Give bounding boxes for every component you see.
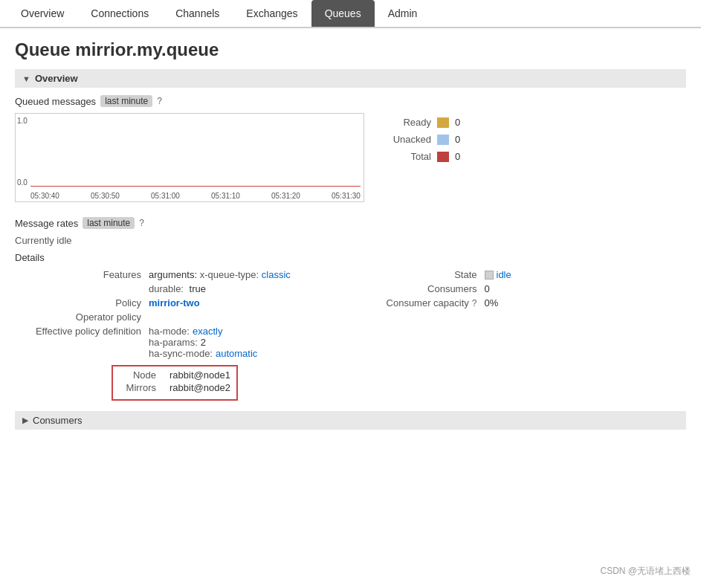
legend-ready-value: 0: [455, 117, 460, 128]
operator-policy-row: Operator policy: [15, 311, 351, 323]
legend-unacked: Unacked 0: [387, 134, 483, 145]
consumer-capacity-row: Consumer capacity ? 0%: [351, 297, 687, 308]
details-label: Details: [15, 252, 686, 263]
consumers-section-label: Consumers: [33, 415, 82, 426]
consumers-count-val: 0: [485, 283, 490, 294]
durable-row: durable: true: [15, 283, 351, 294]
chart-x-1: 05:30:50: [91, 192, 120, 200]
node-mirrors-wrapper: Node rabbit@node1 Mirrors rabbit@node2: [15, 362, 351, 404]
navigation: Overview Connections Channels Exchanges …: [0, 0, 701, 28]
chart-x-5: 05:31:30: [332, 192, 361, 200]
legend-total: Total 0: [387, 151, 483, 162]
features-val: arguments: x-queue-type: classic: [149, 269, 291, 280]
mirrors-key: Mirrors: [119, 382, 164, 393]
ha-sync-val: automatic: [216, 348, 257, 359]
mirrors-val: rabbit@node2: [169, 382, 230, 393]
features-type-key: x-queue-type:: [200, 269, 259, 280]
message-rates-label: Message rates: [15, 218, 78, 229]
page-title: Queue mirrior.my.queue: [15, 39, 686, 60]
currently-idle: Currently idle: [15, 235, 686, 246]
legend-total-color: [437, 152, 449, 162]
message-rates-row: Message rates last minute ?: [15, 217, 686, 229]
chart-y-top: 1.0: [17, 117, 28, 125]
details-left: Features arguments: x-queue-type: classi…: [15, 269, 351, 404]
chart-y-bottom: 0.0: [17, 178, 28, 187]
nav-queues[interactable]: Queues: [311, 0, 375, 27]
consumers-count-key: Consumers: [351, 283, 485, 294]
features-arg: arguments:: [149, 269, 197, 280]
state-key: State: [351, 269, 485, 280]
chart-x-2: 05:31:00: [151, 192, 180, 200]
ha-mode-key: ha-mode:: [149, 326, 190, 337]
durable-val-text: true: [190, 283, 206, 294]
message-rates-help-icon[interactable]: ?: [139, 218, 144, 228]
chart-inner: [30, 117, 361, 187]
nav-admin[interactable]: Admin: [375, 0, 431, 27]
effective-policy-val: ha-mode: exactly ha-params: 2 ha-sync-mo…: [149, 326, 257, 359]
policy-link[interactable]: mirrior-two: [149, 297, 200, 308]
page-title-name: mirrior.my.queue: [75, 39, 219, 59]
message-rates-badge[interactable]: last minute: [83, 217, 135, 229]
chart-container: 1.0 0.0 05:30:40 05:30:50 05:31:00 05:31…: [15, 113, 686, 202]
consumer-capacity-val: 0%: [485, 297, 499, 308]
queued-messages-label-row: Queued messages last minute ?: [15, 95, 686, 107]
durable-key: durable:: [149, 283, 184, 294]
legend-unacked-value: 0: [455, 134, 460, 145]
overview-section-header[interactable]: ▼ Overview: [15, 69, 686, 88]
node-row: Node rabbit@node1: [119, 369, 230, 381]
effective-policy-key: Effective policy definition: [15, 326, 149, 359]
node-mirrors-box: Node rabbit@node1 Mirrors rabbit@node2: [112, 365, 238, 401]
details-section: Features arguments: x-queue-type: classi…: [15, 269, 686, 404]
last-minute-badge[interactable]: last minute: [100, 95, 152, 107]
consumers-section-header[interactable]: ▶ Consumers: [15, 411, 686, 430]
nav-overview[interactable]: Overview: [7, 0, 77, 27]
durable-val: durable: true: [149, 283, 206, 294]
features-key: Features: [15, 269, 149, 280]
legend-ready: Ready 0: [387, 117, 483, 128]
ha-params-val: 2: [201, 337, 206, 348]
legend-unacked-label: Unacked: [387, 134, 431, 145]
ha-params-key: ha-params:: [149, 337, 198, 348]
queued-messages-help-icon[interactable]: ?: [157, 96, 162, 106]
node-key: Node: [119, 369, 164, 381]
durable-key-spacer: [15, 283, 149, 294]
overview-arrow-icon: ▼: [22, 74, 30, 83]
details-right: State idle Consumers 0 Consumer capacity…: [351, 269, 687, 404]
state-link[interactable]: idle: [497, 269, 511, 280]
ha-sync-key: ha-sync-mode:: [149, 348, 213, 359]
consumers-arrow-icon: ▶: [22, 416, 28, 425]
effective-policy-row: Effective policy definition ha-mode: exa…: [15, 326, 351, 359]
chart-x-labels: 05:30:40 05:30:50 05:31:00 05:31:10 05:3…: [30, 192, 361, 200]
consumer-capacity-key: Consumer capacity ?: [351, 297, 485, 308]
overview-section-label: Overview: [35, 73, 78, 84]
chart-legend: Ready 0 Unacked 0 Total 0: [387, 113, 483, 162]
features-row: Features arguments: x-queue-type: classi…: [15, 269, 351, 280]
operator-policy-key: Operator policy: [15, 311, 149, 323]
state-val: idle: [485, 269, 511, 280]
chart-x-3: 05:31:10: [211, 192, 240, 200]
policy-key: Policy: [15, 297, 149, 308]
legend-total-value: 0: [455, 151, 460, 162]
nav-exchanges[interactable]: Exchanges: [233, 0, 311, 27]
nav-channels[interactable]: Channels: [162, 0, 233, 27]
chart-x-0: 05:30:40: [30, 192, 59, 200]
ha-mode-val: exactly: [193, 326, 222, 337]
consumer-capacity-help[interactable]: ?: [472, 298, 477, 308]
consumer-capacity-label: Consumer capacity: [387, 297, 469, 308]
mirrors-row: Mirrors rabbit@node2: [119, 382, 230, 393]
consumers-count-row: Consumers 0: [351, 283, 687, 294]
page-content: Queue mirrior.my.queue ▼ Overview Queued…: [0, 28, 701, 441]
chart-x-4: 05:31:20: [271, 192, 300, 200]
queued-messages-chart: 1.0 0.0 05:30:40 05:30:50 05:31:00 05:31…: [15, 113, 364, 202]
state-indicator: [485, 271, 494, 280]
policy-row: Policy mirrior-two: [15, 297, 351, 308]
legend-unacked-color: [437, 135, 449, 145]
policy-val: mirrior-two: [149, 297, 200, 308]
features-type-val: classic: [262, 269, 291, 280]
legend-ready-label: Ready: [387, 117, 431, 128]
state-row: State idle: [351, 269, 687, 280]
legend-ready-color: [437, 117, 449, 128]
queued-messages-label: Queued messages: [15, 96, 96, 107]
node-val: rabbit@node1: [169, 369, 230, 381]
nav-connections[interactable]: Connections: [77, 0, 162, 27]
